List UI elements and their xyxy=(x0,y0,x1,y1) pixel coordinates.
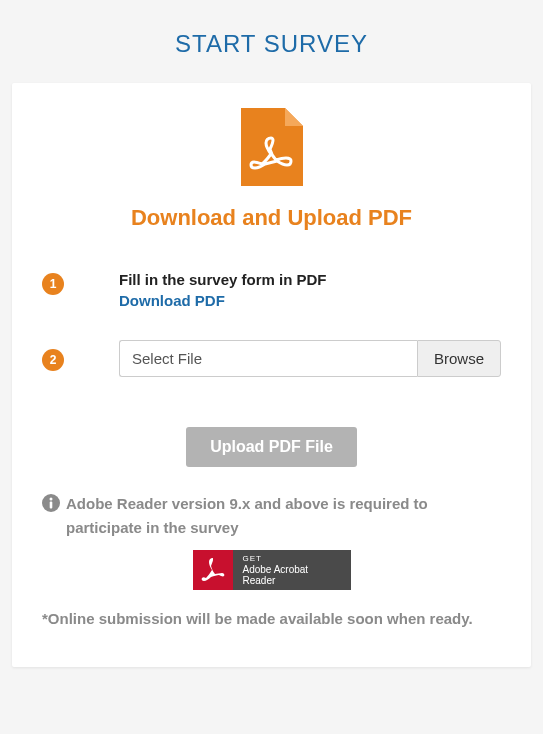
pdf-file-icon xyxy=(241,108,303,190)
step-badge-2: 2 xyxy=(42,349,64,371)
footer-note: *Online submission will be made availabl… xyxy=(42,610,501,627)
svg-rect-2 xyxy=(50,502,53,509)
info-icon xyxy=(42,494,60,512)
file-select-input[interactable]: Select File xyxy=(119,340,417,377)
notice-text: Adobe Reader version 9.x and above is re… xyxy=(66,492,501,540)
adobe-get-label: GET xyxy=(243,554,341,563)
upload-pdf-button[interactable]: Upload PDF File xyxy=(186,427,357,467)
pdf-hero: Download and Upload PDF xyxy=(42,108,501,231)
adobe-reader-label: Adobe Acrobat Reader xyxy=(243,564,341,586)
step-2-row: 2 Select File Browse xyxy=(42,340,501,377)
upload-button-wrap: Upload PDF File xyxy=(42,427,501,467)
adobe-logo-icon xyxy=(193,550,233,590)
adobe-text-block: GET Adobe Acrobat Reader xyxy=(233,550,351,590)
step-1-text: Fill in the survey form in PDF xyxy=(119,271,501,288)
browse-button[interactable]: Browse xyxy=(417,340,501,377)
survey-card: Download and Upload PDF 1 Fill in the su… xyxy=(12,83,531,667)
step-1-row: 1 Fill in the survey form in PDF Downloa… xyxy=(42,271,501,310)
section-title: Download and Upload PDF xyxy=(42,205,501,231)
step-2-content: Select File Browse xyxy=(119,340,501,377)
get-adobe-reader-button[interactable]: GET Adobe Acrobat Reader xyxy=(193,550,351,590)
file-input-group: Select File Browse xyxy=(119,340,501,377)
svg-point-1 xyxy=(50,498,53,501)
step-badge-1: 1 xyxy=(42,273,64,295)
download-pdf-link[interactable]: Download PDF xyxy=(119,292,225,309)
adobe-notice: Adobe Reader version 9.x and above is re… xyxy=(42,492,501,540)
page-title: START SURVEY xyxy=(0,0,543,83)
step-1-content: Fill in the survey form in PDF Download … xyxy=(119,271,501,310)
